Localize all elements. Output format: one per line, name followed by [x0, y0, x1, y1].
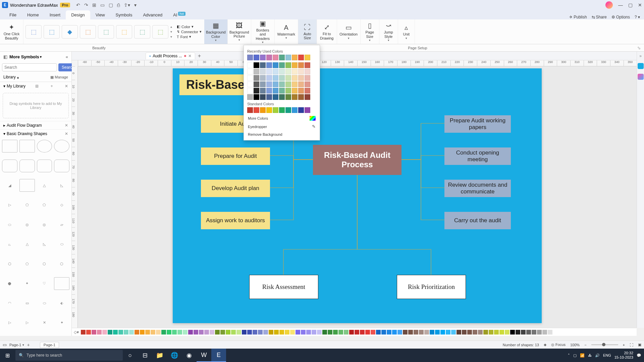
palette-swatch[interactable]	[86, 330, 91, 335]
shape-tri2[interactable]: ◺	[54, 179, 69, 192]
palette-swatch[interactable]	[457, 330, 461, 335]
color-swatch[interactable]	[285, 69, 291, 74]
color-swatch[interactable]	[279, 55, 285, 60]
shapes-section-close-icon[interactable]: ✕	[65, 131, 68, 136]
palette-swatch[interactable]	[483, 330, 488, 335]
node-develop[interactable]: Develop Audit plan	[201, 180, 270, 197]
palette-swatch[interactable]	[451, 330, 456, 335]
color-swatch[interactable]	[260, 62, 266, 68]
shape-trap[interactable]: ⏢	[2, 238, 17, 251]
palette-swatch[interactable]	[462, 330, 467, 335]
color-swatch[interactable]	[260, 55, 266, 60]
shape-pent3[interactable]: ⬠	[19, 257, 35, 270]
panel-hide-icon[interactable]: «	[66, 54, 68, 59]
palette-swatch[interactable]	[435, 330, 440, 335]
panel-collapse-icon[interactable]: ◧	[3, 54, 7, 59]
shape-frame[interactable]	[19, 179, 35, 192]
color-swatch[interactable]	[305, 75, 310, 81]
color-swatch[interactable]	[273, 88, 278, 94]
shape-rect[interactable]	[19, 140, 35, 153]
shape-burst[interactable]: ✕	[37, 316, 52, 329]
color-swatch[interactable]	[273, 55, 278, 60]
palette-swatch[interactable]	[204, 330, 209, 335]
palette-swatch[interactable]	[253, 330, 257, 335]
menu-file[interactable]: File	[4, 10, 22, 19]
color-swatch[interactable]	[305, 62, 310, 68]
right-expand-icon[interactable]: »	[639, 54, 642, 58]
palette-swatch[interactable]	[210, 330, 214, 335]
color-swatch[interactable]	[292, 94, 298, 100]
palette-swatch[interactable]	[317, 330, 322, 335]
audit-flow-section[interactable]: Audit Flow Diagram	[7, 123, 42, 128]
menu-ai[interactable]: AIhot	[168, 10, 191, 19]
palette-swatch[interactable]	[526, 330, 531, 335]
one-click-beautify-button[interactable]: ✦ One Click Beautify	[0, 19, 23, 44]
palette-swatch[interactable]	[478, 330, 483, 335]
color-swatch[interactable]	[279, 62, 285, 68]
palette-swatch[interactable]	[376, 330, 381, 335]
palette-swatch[interactable]	[505, 330, 509, 335]
color-swatch[interactable]	[247, 94, 253, 100]
gallery-down-icon[interactable]: ▾	[170, 30, 172, 34]
export-icon[interactable]: ⇪▾	[124, 2, 130, 8]
palette-swatch[interactable]	[183, 330, 187, 335]
mylib-close-icon[interactable]: ✕	[65, 84, 68, 88]
color-swatch[interactable]	[247, 88, 253, 94]
color-swatch[interactable]	[254, 81, 259, 87]
color-swatch[interactable]	[285, 55, 291, 60]
auto-size-button[interactable]: ⛶ Auto Size	[298, 19, 317, 44]
connector-dropdown[interactable]: ↯ Connector ▾	[177, 29, 202, 34]
palette-swatch[interactable]	[113, 330, 118, 335]
color-swatch[interactable]	[292, 107, 298, 113]
color-swatch[interactable]	[298, 107, 304, 113]
basic-shapes-section[interactable]: Basic Drawing Shapes	[7, 131, 47, 136]
palette-swatch[interactable]	[247, 330, 252, 335]
node-center[interactable]: Risk-Based Audit Process	[313, 145, 401, 175]
color-swatch[interactable]	[260, 88, 266, 94]
palette-swatch[interactable]	[97, 330, 102, 335]
palette-swatch[interactable]	[194, 330, 198, 335]
add-tab-icon[interactable]: +	[198, 53, 201, 59]
palette-swatch[interactable]	[371, 330, 375, 335]
taskbar-search[interactable]: 🔍 Type here to search	[15, 350, 123, 361]
palette-swatch[interactable]	[403, 330, 408, 335]
palette-swatch[interactable]	[285, 330, 289, 335]
color-swatch[interactable]	[260, 107, 266, 113]
color-swatch[interactable]	[279, 94, 285, 100]
edrawmax-icon[interactable]: E	[211, 349, 226, 362]
shape-star[interactable]: ✦	[19, 277, 35, 290]
color-swatch[interactable]	[285, 81, 291, 87]
palette-swatch[interactable]	[226, 330, 230, 335]
palette-swatch[interactable]	[124, 330, 128, 335]
color-swatch[interactable]	[298, 94, 304, 100]
palette-swatch[interactable]	[333, 330, 338, 335]
drop-symbols-area[interactable]: Drag symbols here to add to My Library	[3, 93, 69, 118]
page-selector[interactable]: Page-1	[9, 343, 21, 347]
palette-swatch[interactable]	[473, 330, 477, 335]
palette-swatch[interactable]	[188, 330, 193, 335]
save-icon[interactable]: ▢	[109, 2, 113, 8]
undo-icon[interactable]: ↶	[76, 2, 80, 8]
new-icon[interactable]: ⊞	[92, 2, 96, 8]
color-swatch[interactable]	[247, 107, 253, 113]
shape-tab3[interactable]: ⬭	[37, 297, 52, 309]
mylib-plus-icon[interactable]: +	[51, 84, 53, 88]
palette-swatch[interactable]	[467, 330, 472, 335]
close-icon[interactable]: ✕	[638, 2, 642, 8]
shape-snip[interactable]: ◢	[2, 179, 17, 192]
shape-tab4[interactable]: ⬖	[54, 297, 69, 309]
color-swatch[interactable]	[254, 62, 259, 68]
shape-tab2[interactable]: ▭	[19, 297, 35, 309]
node-carry[interactable]: Carry out the audit	[444, 212, 511, 229]
maximize-icon[interactable]: ▢	[628, 2, 633, 8]
shape-arrow[interactable]: ▷	[2, 316, 17, 329]
user-avatar-icon[interactable]	[605, 1, 613, 9]
font-dropdown[interactable]: T Font ▾	[177, 35, 202, 39]
shape-pent[interactable]: ⬠	[19, 199, 35, 212]
palette-swatch[interactable]	[344, 330, 348, 335]
palette-swatch[interactable]	[118, 330, 123, 335]
color-swatch[interactable]	[266, 69, 272, 74]
word-icon[interactable]: W	[197, 349, 211, 362]
color-swatch[interactable]	[273, 94, 278, 100]
color-swatch[interactable]	[285, 75, 291, 81]
